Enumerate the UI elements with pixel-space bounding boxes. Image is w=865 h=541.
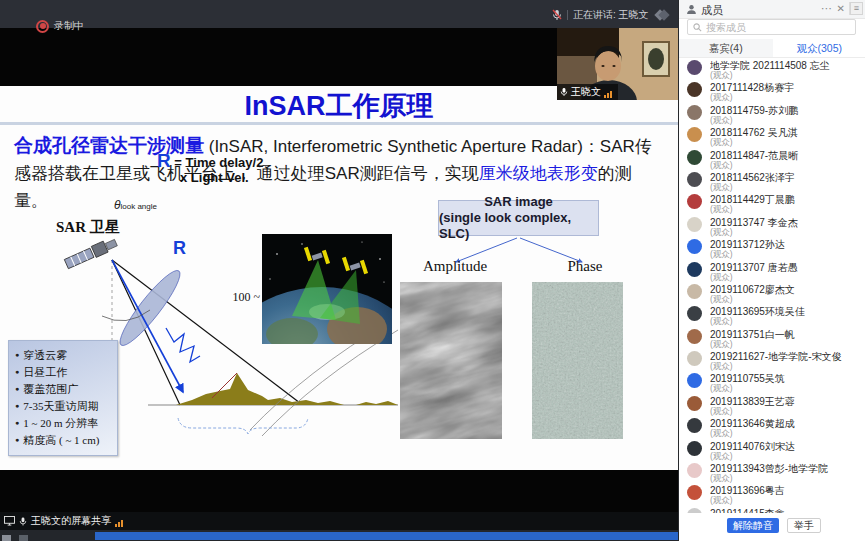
meeting-window: 录制中 正在讲话: 王晓文 InSAR工作原理 合成 — [0, 0, 865, 541]
member-row[interactable]: 2019114415李鑫 (观众) — [679, 506, 865, 513]
mic-icon — [560, 87, 568, 97]
slant-range-label: R — [173, 238, 186, 259]
more-icon[interactable]: ⋯ — [821, 2, 832, 15]
avatar — [687, 127, 702, 142]
taskbar-icon[interactable] — [19, 535, 28, 541]
member-row[interactable]: 2019113943曾彭-地学学院 (观众) — [679, 461, 865, 483]
sar-image-box: SAR image (single look complex, SLC) — [438, 200, 599, 236]
look-angle-label: θlook angle — [114, 198, 157, 212]
member-row[interactable]: 2019113747 李金杰 (观众) — [679, 215, 865, 237]
participant-name: 王晓文 — [571, 85, 601, 99]
avatar — [687, 441, 702, 456]
avatar — [687, 329, 702, 344]
member-row[interactable]: 2018114429丁晨鹏 (观众) — [679, 192, 865, 214]
mic-icon — [19, 516, 27, 527]
share-label: 王晓文的屏幕共享 — [31, 514, 111, 528]
screen-share-bar: 王晓文的屏幕共享 — [0, 512, 678, 530]
satellite-icon — [64, 237, 118, 270]
feature-item: 穿透云雾 — [15, 347, 113, 364]
shared-slide: InSAR工作原理 合成孔径雷达干涉测量 (InSAR, Interferome… — [0, 86, 678, 470]
member-row[interactable]: 2018114562张泽宇 (观众) — [679, 170, 865, 192]
member-row[interactable]: 2019114076刘宋达 (观众) — [679, 439, 865, 461]
avatar — [687, 194, 702, 209]
amplitude-label: Amplitude — [405, 258, 505, 275]
avatar — [687, 217, 702, 232]
panel-tabs: 嘉宾(4) 观众(305) — [679, 39, 865, 58]
member-row[interactable]: 2018114759-苏刘鹏 (观众) — [679, 103, 865, 125]
range-formula-line2: x Light Vel. — [180, 170, 249, 185]
members-panel: 成员 ⋯ ✕ ≡ 嘉宾(4) 观众(305) 地学学院 2021114508 忘… — [678, 0, 865, 541]
avatar — [687, 485, 702, 500]
speaking-indicator: 正在讲话: 王晓文 — [552, 8, 668, 22]
members-icon — [686, 4, 697, 15]
intro-highlight-2: 厘米级地表形变 — [479, 164, 598, 183]
sar-features-list: 穿透云雾日昼工作覆盖范围广7-35天重访周期1 ~ 20 m 分辨率精度高 ( … — [15, 347, 113, 449]
panel-header: 成员 ⋯ ✕ ≡ — [679, 0, 865, 19]
member-row[interactable]: 2019110672廖杰文 (观众) — [679, 282, 865, 304]
member-row[interactable]: 2019113695环境吴佳 (观众) — [679, 304, 865, 326]
title-divider — [0, 122, 678, 125]
tab-guests[interactable]: 嘉宾(4) — [679, 39, 773, 57]
avatar — [687, 239, 702, 254]
member-list: 地学学院 2021114508 忘尘 (观众) 2017111428杨赛宇 (观… — [679, 58, 865, 513]
tab-audience[interactable]: 观众(305) — [773, 39, 865, 57]
feature-item: 精度高 ( ~ 1 cm) — [15, 432, 113, 449]
taskbar-icon[interactable] — [2, 535, 11, 541]
feature-item: 覆盖范围广 — [15, 381, 113, 398]
avatar — [687, 306, 702, 321]
avatar — [687, 150, 702, 165]
taskbar-window-segment[interactable] — [95, 532, 678, 540]
close-icon[interactable]: ✕ — [837, 3, 845, 14]
avatar — [687, 105, 702, 120]
signal-bars-icon — [604, 87, 613, 98]
avatar — [687, 396, 702, 411]
recording-indicator[interactable]: 录制中 — [36, 19, 84, 33]
member-row[interactable]: 2018114847-范晨晰 (观众) — [679, 148, 865, 170]
sar-features-box: 穿透云雾日昼工作覆盖范围广7-35天重访周期1 ~ 20 m 分辨率精度高 ( … — [8, 340, 118, 456]
member-row[interactable]: 2019113707 唐若愚 (观众) — [679, 260, 865, 282]
divider — [567, 10, 568, 20]
monitor-icon — [4, 516, 15, 526]
member-row[interactable]: 地学学院 2021114508 忘尘 (观众) — [679, 58, 865, 80]
member-row[interactable]: 2019211627-地学学院-宋文俊 (观众) — [679, 349, 865, 371]
member-row[interactable]: 2019113696粤吉 (观众) — [679, 483, 865, 505]
raise-hand-button[interactable]: 举手 — [787, 518, 821, 533]
logo-icon — [654, 10, 668, 21]
signal-bars-icon — [115, 516, 124, 527]
avatar — [687, 82, 702, 97]
amplitude-image — [400, 282, 502, 439]
video-thumbnail[interactable]: 王晓文 — [557, 28, 678, 100]
range-formula: R = Time delay/2 — [157, 150, 263, 172]
record-dot-icon — [36, 20, 49, 33]
video-name-badge: 王晓文 — [557, 84, 618, 100]
member-row[interactable]: 2019113646黄超成 (观众) — [679, 416, 865, 438]
muted-mic-icon — [552, 9, 562, 21]
panel-title: 成员 — [701, 3, 723, 18]
member-row[interactable]: 2019113839王艺蓉 (观众) — [679, 394, 865, 416]
member-row[interactable]: 2019113712孙达 (观众) — [679, 237, 865, 259]
search-input[interactable] — [706, 22, 836, 33]
avatar — [687, 262, 702, 277]
member-row[interactable]: 2018114762 吴凡淇 (观众) — [679, 125, 865, 147]
unmute-button[interactable]: 解除静音 — [727, 518, 779, 533]
phase-label: Phase — [537, 258, 633, 275]
avatar — [687, 172, 702, 187]
phase-image — [532, 282, 623, 439]
meeting-topbar: 录制中 正在讲话: 王晓文 — [0, 0, 678, 28]
member-row[interactable]: 2019113751白一帆 (观众) — [679, 327, 865, 349]
avatar — [687, 418, 702, 433]
avatar — [687, 60, 702, 75]
menu-icon[interactable]: ≡ — [850, 2, 863, 15]
avatar — [687, 463, 702, 478]
feature-item: 1 ~ 20 m 分辨率 — [15, 415, 113, 432]
avatar — [687, 284, 702, 299]
member-row[interactable]: 2019110755吴筑 (观众) — [679, 371, 865, 393]
member-search[interactable] — [687, 19, 856, 35]
recording-label: 录制中 — [54, 19, 84, 33]
search-icon — [693, 23, 702, 32]
member-row[interactable]: 2017111428杨赛宇 (观众) — [679, 80, 865, 102]
feature-item: 日昼工作 — [15, 364, 113, 381]
satellite-label: SAR 卫星 — [56, 218, 120, 237]
feature-item: 7-35天重访周期 — [15, 398, 113, 415]
avatar — [687, 351, 702, 366]
